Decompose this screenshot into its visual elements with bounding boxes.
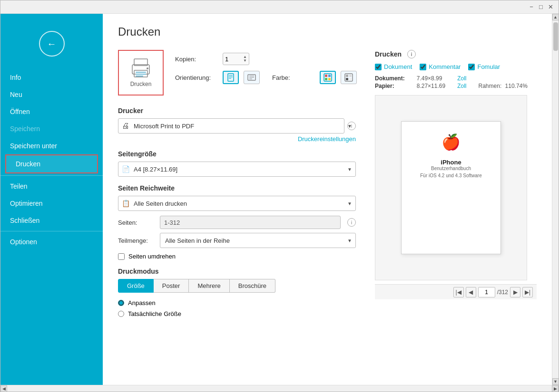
sidebar-item-teilen[interactable]: Teilen bbox=[0, 178, 103, 195]
scroll-up-btn[interactable]: ▲ bbox=[552, 14, 559, 20]
sidebar: ← Info Neu Öffnen Speichern Speichern un… bbox=[0, 14, 103, 385]
doc-info-table: Dokument: 7.49×8.99 Zoll Papier: 8.27×11… bbox=[375, 75, 537, 89]
apple-logo-icon: 🍎 bbox=[441, 133, 461, 151]
scroll-thumb[interactable] bbox=[553, 22, 558, 51]
cb-fomular-label: Fomular bbox=[477, 63, 500, 70]
seiten-umdrehen-label: Seiten umdrehen bbox=[128, 253, 176, 260]
rahmen-value: 110.74% bbox=[505, 83, 528, 89]
tab-groesse[interactable]: Größe bbox=[118, 279, 154, 293]
seiten-umdrehen-checkbox[interactable] bbox=[118, 253, 125, 260]
kopien-input[interactable]: 1 ▲ ▼ bbox=[223, 53, 249, 65]
teilmenge-label: Teilmenge: bbox=[118, 237, 156, 244]
sidebar-item-speichern-unter[interactable]: Speichern unter bbox=[0, 137, 103, 154]
portrait-btn[interactable] bbox=[223, 71, 239, 84]
svg-rect-21 bbox=[346, 75, 348, 77]
orientierung-label: Orientierung: bbox=[175, 74, 218, 81]
scroll-left-btn[interactable]: ◀ bbox=[0, 385, 7, 392]
svg-rect-17 bbox=[328, 75, 331, 77]
kopien-label: Kopien: bbox=[175, 56, 218, 63]
svg-rect-23 bbox=[346, 78, 348, 80]
dokument-info-value: 7.49×8.99 bbox=[417, 75, 454, 82]
next-page-btn[interactable]: ▶ bbox=[510, 287, 520, 297]
svg-point-6 bbox=[147, 67, 148, 69]
page-total: /312 bbox=[497, 289, 508, 296]
papier-info-unit: Zoll bbox=[457, 83, 475, 89]
seiten-reichweite-select[interactable]: Alle Seiten drucken bbox=[118, 196, 356, 211]
last-page-btn[interactable]: ▶| bbox=[522, 287, 533, 297]
portrait-icon bbox=[227, 73, 235, 82]
scroll-right-btn[interactable]: ▶ bbox=[552, 385, 559, 392]
prev-page-btn[interactable]: ◀ bbox=[466, 287, 476, 297]
radio-tatsaechlich[interactable] bbox=[118, 311, 124, 317]
druckereinstellungen-link[interactable]: Druckereinstellungen bbox=[298, 135, 356, 143]
sidebar-item-schliessen[interactable]: Schließen bbox=[0, 212, 103, 229]
tab-broschuere[interactable]: Broschüre bbox=[230, 279, 275, 293]
drucker-info-icon[interactable]: i bbox=[347, 122, 356, 130]
color-btn[interactable] bbox=[320, 71, 336, 84]
cb-kommentar-label: Kommentar bbox=[429, 63, 461, 70]
teilmenge-select[interactable]: Alle Seiten in der Reihe bbox=[160, 233, 356, 248]
preview-book-title: iPhone bbox=[441, 159, 461, 166]
dokument-info-unit: Zoll bbox=[457, 75, 475, 82]
drucker-select[interactable]: Microsoft Print to PDF bbox=[118, 118, 344, 134]
radio-anpassen[interactable] bbox=[118, 300, 124, 306]
preview-book-subtitle: Benutzerhandbuch bbox=[431, 166, 471, 171]
sidebar-item-neu[interactable]: Neu bbox=[0, 86, 103, 103]
sidebar-item-optionen[interactable]: Optionen bbox=[0, 233, 103, 250]
cb-dokument[interactable] bbox=[375, 64, 382, 70]
sidebar-item-oeffnen[interactable]: Öffnen bbox=[0, 103, 103, 120]
cb-kommentar[interactable] bbox=[420, 64, 426, 70]
seiten-info-icon[interactable]: i bbox=[347, 218, 356, 227]
druckmodus-tabs: Größe Poster Mehrere Broschüre bbox=[118, 279, 356, 293]
color-icon bbox=[324, 73, 332, 82]
seiten-input[interactable] bbox=[160, 216, 341, 229]
bw-btn[interactable] bbox=[341, 71, 357, 84]
scrollbar: ▲ ▼ bbox=[552, 14, 559, 385]
tab-poster[interactable]: Poster bbox=[154, 279, 189, 293]
tab-mehrere[interactable]: Mehrere bbox=[189, 279, 229, 293]
svg-rect-4 bbox=[136, 74, 146, 75]
main-content: Drucken bbox=[103, 14, 552, 385]
page-title: Drucken bbox=[118, 25, 537, 38]
svg-rect-7 bbox=[228, 74, 234, 81]
print-icon-box[interactable]: Drucken bbox=[118, 50, 164, 96]
svg-rect-3 bbox=[136, 72, 146, 73]
papier-info-label: Papier: bbox=[375, 83, 414, 89]
tatsaechlich-label: Tatsächliche Größe bbox=[128, 310, 181, 317]
cb-dokument-label: Dokument bbox=[384, 63, 412, 70]
print-icon-label: Drucken bbox=[130, 81, 152, 87]
back-button[interactable]: ← bbox=[39, 31, 65, 57]
scroll-down-btn[interactable]: ▼ bbox=[552, 378, 559, 385]
title-bar: − □ ✕ bbox=[0, 0, 559, 14]
close-button[interactable]: ✕ bbox=[546, 3, 555, 11]
svg-rect-16 bbox=[325, 75, 327, 77]
landscape-btn[interactable] bbox=[244, 71, 260, 84]
dokument-info-label: Dokument: bbox=[375, 75, 414, 82]
cb-kommentar-item: Kommentar bbox=[420, 63, 461, 70]
farbe-label: Farbe: bbox=[272, 74, 315, 81]
svg-rect-24 bbox=[349, 78, 352, 80]
cb-dokument-item: Dokument bbox=[375, 63, 412, 70]
sidebar-item-info[interactable]: Info bbox=[0, 69, 103, 86]
page-number-input[interactable] bbox=[478, 287, 495, 297]
preview-page: 🍎 iPhone Benutzerhandbuch Für iOS 4.2 un… bbox=[401, 121, 501, 254]
right-panel-title-text: Drucken bbox=[375, 50, 402, 58]
sidebar-item-optimieren[interactable]: Optimieren bbox=[0, 195, 103, 212]
sidebar-nav: Info Neu Öffnen Speichern Speichern unte… bbox=[0, 69, 103, 250]
sidebar-item-drucken[interactable]: Drucken bbox=[5, 154, 98, 173]
printer-icon bbox=[128, 58, 153, 79]
maximize-button[interactable]: □ bbox=[537, 3, 545, 11]
seiten-label: Seiten: bbox=[118, 219, 156, 226]
first-page-btn[interactable]: |◀ bbox=[453, 287, 464, 297]
right-panel-info-icon[interactable]: i bbox=[407, 50, 416, 58]
preview-book-sub2: Für iOS 4.2 und 4.3 Software bbox=[420, 173, 482, 178]
svg-rect-19 bbox=[328, 78, 331, 80]
druckmodus-heading: Druckmodus bbox=[118, 268, 356, 275]
seitengroesse-heading: Seitengröße bbox=[118, 150, 356, 158]
seitengroesse-select[interactable]: A4 [8.27×11.69] bbox=[118, 162, 356, 177]
landscape-icon bbox=[247, 74, 256, 81]
minimize-button[interactable]: − bbox=[527, 3, 536, 11]
cb-fomular[interactable] bbox=[468, 64, 475, 70]
svg-rect-18 bbox=[325, 78, 327, 80]
cb-fomular-item: Fomular bbox=[468, 63, 500, 70]
